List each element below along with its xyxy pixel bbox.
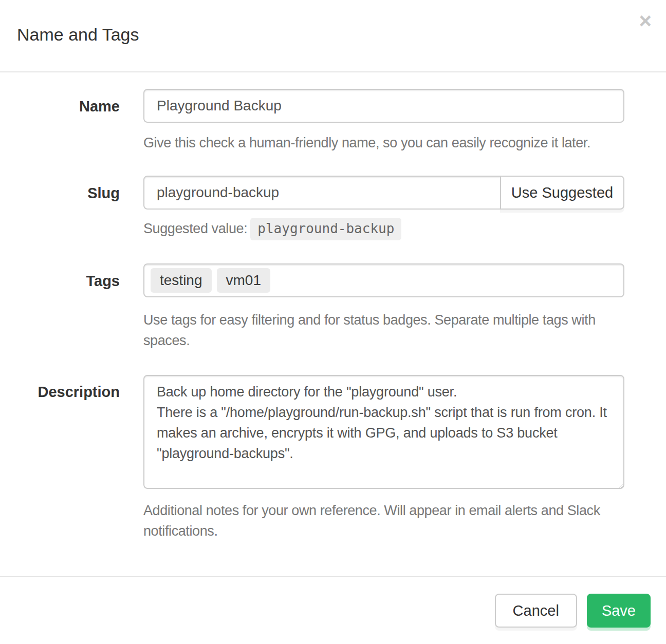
description-help-text: Additional notes for your own reference.…	[143, 500, 601, 541]
slug-input[interactable]	[143, 176, 501, 210]
name-row: Name Give this check a human-friendly na…	[0, 89, 666, 153]
slug-input-group: Use Suggested	[143, 176, 624, 210]
name-label: Name	[15, 89, 120, 153]
close-icon[interactable]: ×	[639, 10, 652, 32]
dialog-title: Name and Tags	[17, 24, 651, 45]
dialog-body: Name Give this check a human-friendly na…	[0, 72, 666, 576]
tags-row: Tags testing vm01 Use tags for easy filt…	[0, 263, 666, 351]
name-input[interactable]	[143, 89, 624, 123]
name-help-text: Give this check a human-friendly name, s…	[143, 132, 624, 153]
dialog-header: Name and Tags ×	[0, 0, 666, 72]
tags-input[interactable]: testing vm01	[143, 263, 624, 297]
description-row: Description Additional notes for your ow…	[0, 375, 666, 541]
dialog-footer: Cancel Save	[0, 576, 666, 644]
suggested-value-code: playground-backup	[250, 218, 401, 240]
slug-help-text: Suggested value:playground-backup	[143, 218, 624, 240]
save-button[interactable]: Save	[587, 594, 651, 628]
slug-label: Slug	[15, 176, 120, 240]
name-and-tags-dialog: Name and Tags × Name Give this check a h…	[0, 0, 666, 644]
slug-row: Slug Use Suggested Suggested value:playg…	[0, 176, 666, 240]
description-label: Description	[15, 375, 120, 541]
tag-pill: testing	[151, 268, 212, 293]
tags-help-text: Use tags for easy filtering and for stat…	[143, 310, 601, 351]
suggested-value-prefix: Suggested value:	[143, 221, 247, 236]
cancel-button[interactable]: Cancel	[495, 594, 577, 628]
use-suggested-button[interactable]: Use Suggested	[500, 176, 624, 210]
description-textarea[interactable]	[143, 375, 624, 489]
tag-pill: vm01	[217, 268, 270, 293]
tags-label: Tags	[15, 263, 120, 351]
